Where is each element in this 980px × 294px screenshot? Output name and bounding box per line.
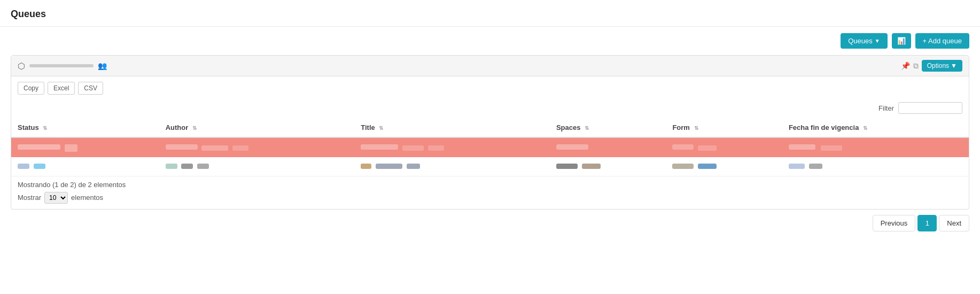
user-group-icon: 👥 [98,61,107,70]
cell-fecha [782,157,969,176]
filter-label: Filter [878,104,894,112]
copy-small-icon: ⧉ [913,61,919,71]
table-row[interactable] [11,157,969,176]
table-header: Status ⇅ Author ⇅ Title ⇅ Spaces ⇅ Form [11,118,969,137]
page-title: Queues [11,9,969,20]
add-queue-button[interactable]: + Add queue [915,33,969,49]
copy-button[interactable]: Copy [18,82,44,95]
csv-button[interactable]: CSV [78,82,103,95]
show-row: Mostrar 10 25 50 elementos [11,191,969,209]
show-select[interactable]: 10 25 50 [44,192,68,204]
table-container: ⬡ 👥 📌 ⧉ Options ▼ Copy Excel CSV Filter … [11,55,969,210]
col-author[interactable]: Author ⇅ [159,118,355,137]
col-spaces[interactable]: Spaces ⇅ [550,118,666,137]
table-body [11,137,969,176]
cell-title [354,137,550,157]
queues-dropdown-button[interactable]: Queues ▼ [841,33,887,49]
chevron-down-icon: ▼ [875,38,880,44]
chart-icon: 📊 [897,37,906,45]
sort-icon: ⇅ [863,125,867,131]
cell-status [11,157,159,176]
sort-icon: ⇅ [585,125,589,131]
cell-status [11,137,159,157]
toolbar-search-bar [29,64,94,67]
pagination-bar: Previous 1 Next [0,210,980,237]
excel-button[interactable]: Excel [48,82,75,95]
cell-spaces [550,137,666,157]
filter-row: Filter [11,100,969,118]
toolbar-right: 📌 ⧉ Options ▼ [901,60,962,72]
sort-icon: ⇅ [192,125,197,131]
pagination-info: Mostrando (1 de 2) de 2 elementos [11,176,969,191]
network-icon: ⬡ [18,61,25,71]
sort-icon: ⇅ [43,125,47,131]
export-buttons: Copy Excel CSV [11,76,969,100]
sort-icon: ⇅ [694,125,698,131]
cell-title [354,157,550,176]
col-form[interactable]: Form ⇅ [666,118,782,137]
col-fecha[interactable]: Fecha fin de vigencia ⇅ [782,118,969,137]
col-status[interactable]: Status ⇅ [11,118,159,137]
next-button[interactable]: Next [939,215,969,231]
previous-button[interactable]: Previous [873,215,916,231]
cell-form [666,137,782,157]
page-header: Queues [0,0,980,27]
cell-form [666,157,782,176]
filter-input[interactable] [898,102,962,114]
data-table: Status ⇅ Author ⇅ Title ⇅ Spaces ⇅ Form [11,118,969,176]
sort-icon: ⇅ [379,125,383,131]
table-row[interactable] [11,137,969,157]
cell-spaces [550,157,666,176]
cell-author [159,157,355,176]
cell-author [159,137,355,157]
chevron-down-icon: ▼ [951,62,957,69]
cell-fecha [782,137,969,157]
col-title[interactable]: Title ⇅ [354,118,550,137]
pin-icon: 📌 [901,61,910,70]
page-1-button[interactable]: 1 [917,215,937,231]
table-toolbar: ⬡ 👥 📌 ⧉ Options ▼ [11,56,969,76]
options-button[interactable]: Options ▼ [922,60,962,72]
top-actions: Queues ▼ 📊 + Add queue [0,27,980,55]
chart-button[interactable]: 📊 [892,33,911,49]
toolbar-left: ⬡ 👥 [18,61,107,71]
